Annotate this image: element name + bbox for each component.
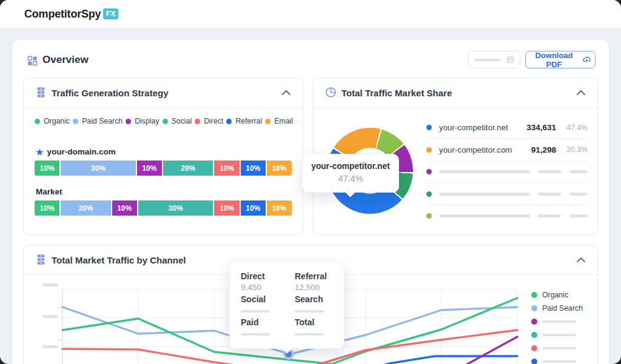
percent-skeleton [569,214,588,217]
legend-item-display[interactable]: Display [126,117,159,125]
bar-segment[interactable]: 10% [267,160,292,176]
legend-label: Referral [235,117,262,125]
legend-label-skeleton [542,334,576,336]
competitor-traffic-value: 91,298 [531,145,556,154]
bar-segment[interactable]: 10% [241,160,266,176]
legend-item-organic[interactable]: Organic [531,288,583,302]
tooltip-entry-value: 12,500 [295,283,333,292]
market-share-row: your-competitor.com91,29820.3% [426,139,588,162]
tooltip-entry-label: Referral [295,271,333,281]
percent-skeleton [569,170,588,173]
tooltip-entry-search: Search [295,294,333,317]
date-range-input[interactable] [468,51,520,68]
divider [314,107,597,108]
brand-logo: CompetitorSpy FX [24,0,118,28]
legend-dot [531,359,537,364]
competitor-name-skeleton [439,170,530,173]
stacked-bar-row-label: Market [36,187,62,196]
legend-dot [531,305,537,311]
competitor-share-percent: 47.4% [562,124,588,132]
tooltip-value-skeleton [241,333,270,336]
legend-dot [531,345,537,351]
legend-item-paid-search[interactable]: Paid Search [531,302,583,315]
legend-item-direct[interactable]: Direct [195,117,223,125]
card-title: Total Market Traffic by Channel [52,255,186,265]
tooltip-entry-label: Paid [241,317,279,327]
card-title: Total Traffic Market Share [341,88,452,98]
tooltip-competitor-share: 47.4% [303,174,398,184]
legend-dot [265,119,270,124]
channel-chart-legend: OrganicPaid Search [531,288,583,364]
bar-segment[interactable]: 10% [112,200,137,216]
legend-label: Organic [542,291,568,299]
competitor-name: your-competitor.net [439,123,526,132]
traffic-generation-strategy-card: Traffic Generation Strategy OrganicPaid … [23,78,303,235]
row-name: your-domain.com [47,147,116,156]
brand-name: CompetitorSpy [24,8,101,21]
bar-segment[interactable]: 10% [35,200,59,216]
market-share-list: your-competitor.net334,63147.4%your-comp… [426,117,588,227]
legend-dot [73,119,78,124]
collapse-chevron-icon[interactable] [577,90,585,95]
competitor-name-skeleton [439,193,530,196]
cloud-download-icon [582,55,591,65]
competitor-dot [426,191,432,197]
star-icon: ★ [36,148,44,156]
page-title: Overview [42,54,89,66]
dashboard-grid-icon [27,55,38,67]
value-skeleton [538,214,561,217]
legend-item-skeleton[interactable] [531,315,583,328]
market-share-row [426,184,588,206]
tooltip-entry-label: Social [241,294,279,304]
value-skeleton [538,193,561,196]
download-pdf-label: Download PDF [529,51,579,69]
value-skeleton [538,170,561,173]
competitor-dot [426,169,432,174]
bar-segment[interactable]: 10% [214,160,239,176]
strategy-legend: OrganicPaid SearchDisplaySocialDirectRef… [35,114,293,128]
bar-segment[interactable]: 20% [61,200,110,216]
legend-dot [35,119,40,124]
legend-dot [226,119,232,124]
tooltip-value-skeleton [295,333,324,336]
market-share-row [426,205,588,227]
tooltip-entry-total: Total [295,317,333,340]
bar-segment[interactable]: 10% [214,200,239,216]
bar-segment[interactable]: 10% [267,200,292,216]
stacked-bar: 10%30%10%20%10%10%10% [35,160,292,176]
bar-segment[interactable]: 10% [241,200,266,216]
top-navbar: CompetitorSpy FX [0,0,621,28]
line-chart-tooltip: Direct9,450Referral12,500SocialSearchPai… [229,262,344,349]
bar-segment[interactable]: 10% [35,160,59,176]
donut-tooltip: your-competitor.net 47.4% [302,154,399,193]
legend-item-email[interactable]: Email [265,117,293,125]
bar-segment[interactable]: 30% [138,200,213,216]
bar-segment[interactable]: 30% [61,160,136,176]
tooltip-entry-label: Direct [241,271,279,281]
legend-label: Display [135,117,159,125]
tooltip-competitor-name: your-competitor.net [303,162,398,171]
download-pdf-button[interactable]: Download PDF [525,51,596,68]
legend-item-organic[interactable]: Organic [35,117,70,125]
legend-item-skeleton[interactable] [531,355,583,364]
collapse-chevron-icon[interactable] [282,90,290,95]
percent-skeleton [569,193,588,196]
legend-label-skeleton [542,320,576,323]
legend-item-referral[interactable]: Referral [226,117,262,125]
tooltip-entry-label: Search [295,294,333,304]
legend-item-social[interactable]: Social [163,117,192,125]
competitor-dot [426,125,432,130]
bar-segment[interactable]: 20% [163,160,213,176]
legend-label: Paid Search [82,117,123,125]
legend-dot [163,119,168,124]
traffic-channel-icon [35,253,47,266]
legend-item-skeleton[interactable] [531,342,583,355]
legend-item-paid-search[interactable]: Paid Search [73,117,123,125]
tooltip-entry-social: Social [241,294,279,317]
collapse-chevron-icon[interactable] [577,257,585,262]
legend-label: Direct [204,117,223,125]
competitor-dot [426,147,432,153]
bar-segment[interactable]: 10% [137,160,162,176]
legend-item-skeleton[interactable] [531,328,583,342]
legend-label: Social [172,117,192,125]
